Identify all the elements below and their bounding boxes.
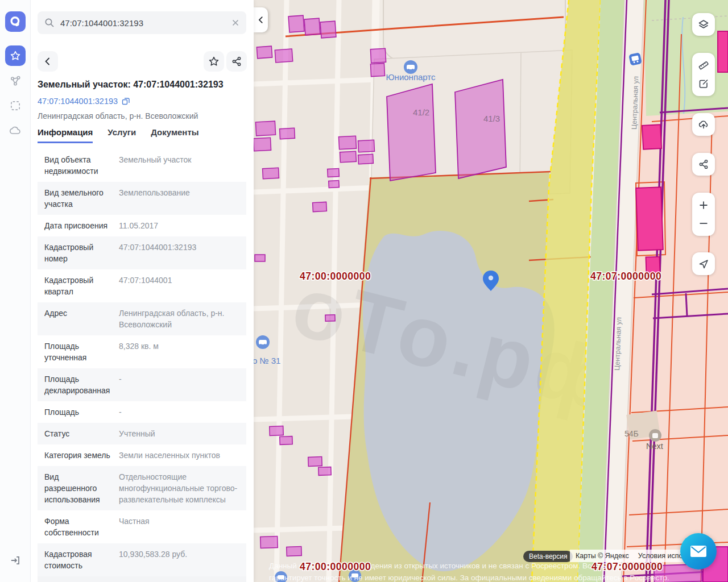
info-row-value: Отдельностоящие многофункциональные торг… [119, 471, 239, 505]
share-map-button[interactable] [692, 153, 715, 176]
info-row-label: Кадастровый квартал [44, 275, 119, 297]
info-row-value: 8,328 кв. м [119, 340, 239, 363]
info-row-value: 47:07:1044001:32193 [119, 242, 239, 264]
nodes-icon [9, 74, 22, 87]
magnifier-icon [44, 18, 55, 28]
cadastral-number-link[interactable]: 47:07:1044001:32193 [38, 97, 130, 106]
measure-draw-group [692, 53, 715, 96]
map-attribution: Карты © Яндекс Условия испол [570, 550, 692, 562]
info-row-5: Кадастровый квартал47:07:1044001 [38, 269, 246, 302]
terms-link[interactable]: Условия испол [638, 552, 687, 560]
chevron-left-icon [257, 16, 265, 24]
info-row-label: Кадастровая стоимость [44, 548, 119, 571]
info-row-11: Категория земельЗемли населенных пунктов [38, 444, 246, 466]
next-store-label: Next [646, 442, 663, 451]
app-logo[interactable] [5, 11, 26, 32]
ruler-icon[interactable] [698, 60, 709, 71]
info-row-label: Дата присвоения [44, 220, 119, 231]
page-title: Земельный участок: 47:07:1044001:32193 [38, 80, 247, 90]
panel-tabs: Информация Услуги Документы [38, 127, 199, 143]
login-arrow-icon [9, 554, 22, 567]
search-bar[interactable] [38, 11, 246, 34]
disclaimer-line2: гарантирует точность и не имеет юридичес… [269, 573, 669, 582]
sidebar-item-graph[interactable] [7, 73, 23, 89]
locate-button[interactable] [692, 252, 715, 275]
zoom-out-button[interactable] [698, 218, 709, 229]
info-row-label: Форма собственности [44, 516, 119, 538]
zoom-controls [692, 193, 715, 236]
back-button[interactable] [38, 51, 58, 72]
copy-icon[interactable] [121, 97, 130, 106]
chevron-left-icon [43, 57, 52, 66]
depot-label: о № 31 [254, 356, 280, 365]
share-nodes-icon [231, 56, 242, 67]
building-41-3-label: 41/3 [483, 114, 500, 123]
info-row-label: Кадастровый номер [44, 242, 119, 264]
info-row-2: Вид земельного участкаЗемлепользование [38, 182, 246, 215]
info-row-label: Площадь декларированная [44, 373, 119, 396]
info-row-value: Частная [119, 516, 239, 538]
map-copyright: Карты © Яндекс [576, 552, 629, 560]
tab-information[interactable]: Информация [38, 127, 93, 143]
map-canvas[interactable]: оТо.рф [254, 0, 728, 582]
cloud-icon [9, 124, 22, 137]
zoom-in-button[interactable] [698, 199, 709, 211]
layers-button[interactable] [692, 13, 715, 36]
sidebar-item-favorites[interactable] [5, 45, 26, 66]
star-outline-icon [208, 56, 220, 67]
info-row-label: Вид разрешенного использования [44, 471, 119, 505]
upload-cloud-icon [698, 119, 709, 130]
cadastral-label-left-top: 47:00:0000000 [300, 271, 371, 282]
info-row-value: - [119, 373, 239, 396]
info-row-partial [38, 576, 246, 582]
map-area[interactable]: оТо.рф [254, 0, 728, 582]
info-row-13: Форма собственностиЧастная [38, 510, 246, 543]
object-address-subtitle: Ленинградская область, р-н. Всеволожский [38, 111, 198, 120]
object-info-panel: Земельный участок: 47:07:1044001:32193 4… [31, 0, 254, 582]
beta-badge: Beta-версия [523, 551, 573, 562]
info-row-value: Ленинградская область, р-н. Всеволожский [119, 307, 239, 330]
info-row-label: Вид земельного участка [44, 187, 119, 210]
info-row-value: 11.05.2017 [119, 220, 239, 231]
info-row-12: Вид разрешенного использованияОтдельност… [38, 466, 246, 510]
info-row-8: Площадь декларированная- [38, 368, 246, 401]
info-row-value: Учтенный [119, 428, 239, 439]
app-window: Земельный участок: 47:07:1044001:32193 4… [0, 0, 728, 582]
info-row-3: Дата присвоения11.05.2017 [38, 215, 246, 236]
share-button[interactable] [226, 51, 247, 72]
info-row-label: Вид объекта недвижимости [44, 154, 119, 177]
info-row-9: Площадь- [38, 401, 246, 423]
info-row-label: Адрес [44, 307, 119, 330]
collapse-panel-button[interactable] [254, 7, 268, 32]
tab-documents[interactable]: Документы [151, 127, 198, 143]
info-row-label: Площадь [44, 406, 119, 418]
sidebar-item-cloud[interactable] [7, 123, 23, 139]
favorite-button[interactable] [204, 51, 224, 72]
panel-toolbar [38, 51, 246, 72]
info-row-label: Категория земель [44, 450, 119, 461]
info-row-label: Площадь уточненная [44, 340, 119, 363]
info-row-value: 10,930,583.28 руб. [119, 548, 239, 571]
next-store-icon [649, 429, 661, 442]
dashed-square-icon [9, 99, 22, 112]
building-41-2-label: 41/2 [413, 107, 429, 117]
info-table: Вид объекта недвижимостиЗемельный участо… [38, 149, 246, 582]
tab-services[interactable]: Услуги [107, 127, 136, 143]
search-input[interactable] [60, 18, 226, 28]
cadastral-number-text: 47:07:1044001:32193 [38, 97, 118, 106]
close-x-icon[interactable] [231, 19, 239, 27]
upload-button[interactable] [692, 113, 715, 136]
app-logo-a-bubble-icon [9, 15, 22, 28]
info-row-4: Кадастровый номер47:07:1044001:32193 [38, 236, 246, 269]
cadastral-label-right-top: 47:07:0000000 [590, 271, 661, 282]
info-row-14: Кадастровая стоимость10,930,583.28 руб. [38, 543, 246, 576]
sidebar-item-select-area[interactable] [7, 98, 23, 114]
edit-square-icon[interactable] [698, 78, 709, 89]
login-button[interactable] [7, 552, 23, 568]
cadastral-label-right-bottom: 47:07:0000000 [592, 561, 663, 572]
envelope-icon [690, 545, 707, 558]
info-row-6: АдресЛенинградская область, р-н. Всеволо… [38, 302, 246, 335]
info-row-value: - [119, 406, 239, 418]
info-row-value: Земельный участок [119, 154, 239, 177]
chat-button[interactable] [680, 533, 717, 569]
